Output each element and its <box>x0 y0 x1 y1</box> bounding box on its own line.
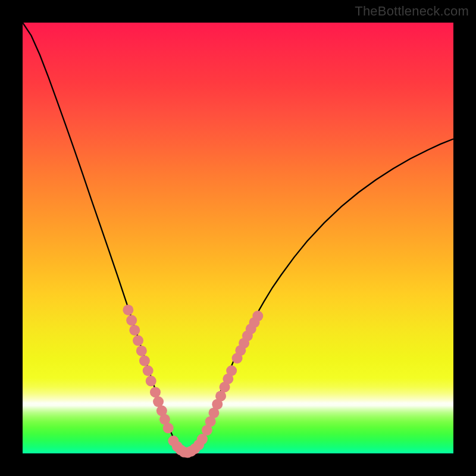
marker-dot <box>139 355 150 366</box>
marker-dot <box>133 335 143 346</box>
marker-dot <box>252 311 263 321</box>
marker-dot <box>126 315 137 325</box>
chart-svg <box>23 23 453 453</box>
main-curve <box>23 23 453 453</box>
watermark-text: TheBottleneck.com <box>355 4 469 19</box>
plot-area <box>23 23 453 453</box>
marker-overlay <box>123 305 263 458</box>
marker-dot <box>163 422 174 433</box>
marker-dot <box>123 305 133 315</box>
marker-dot <box>146 375 156 386</box>
marker-dot <box>143 365 154 376</box>
marker-dot <box>136 346 147 356</box>
marker-dot <box>226 365 237 376</box>
marker-dot <box>129 325 140 336</box>
outer-frame: TheBottleneck.com <box>0 0 476 476</box>
marker-dot <box>197 434 208 444</box>
marker-dot <box>150 387 161 397</box>
